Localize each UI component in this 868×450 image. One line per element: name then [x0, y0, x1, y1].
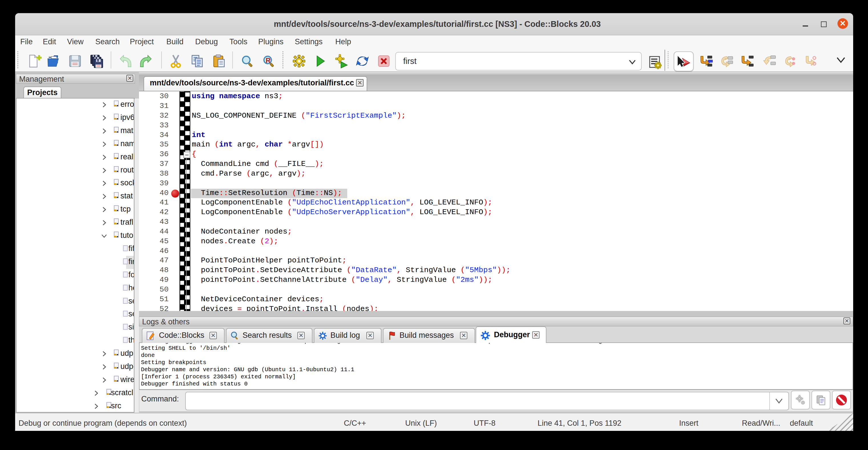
svg-text:R: R	[266, 57, 271, 64]
